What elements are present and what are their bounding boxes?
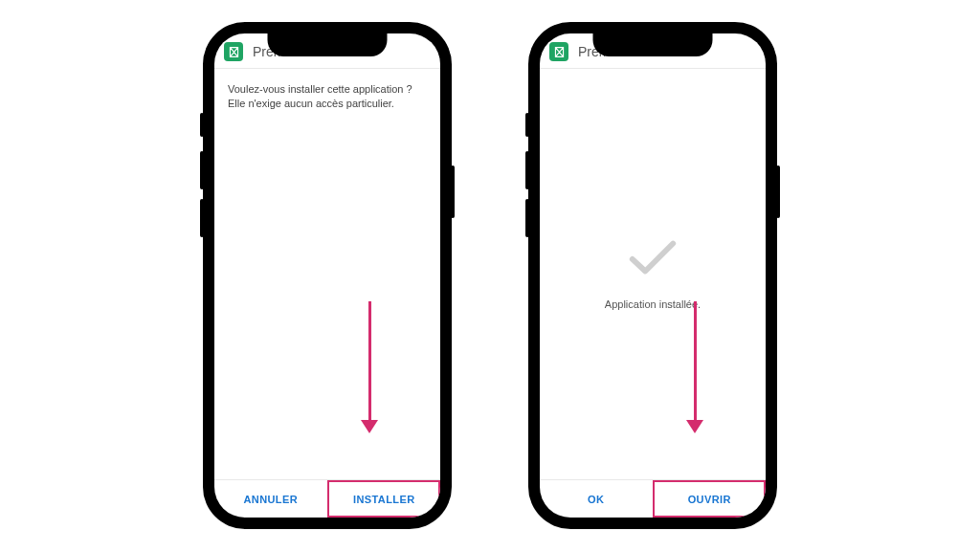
dialog-button-bar: OK OUVRIR: [540, 479, 766, 518]
install-dialog-body: Application installée.: [540, 69, 766, 479]
open-button[interactable]: OUVRIR: [653, 480, 767, 518]
annotation-arrow: [361, 301, 378, 433]
install-button[interactable]: INSTALLER: [327, 480, 441, 518]
phone-notch: [593, 33, 713, 56]
dialog-button-bar: ANNULER INSTALLER: [214, 479, 440, 518]
installed-confirmation: Application installée.: [553, 63, 752, 479]
install-prompt-text: Voulez-vous installer cette application …: [228, 82, 427, 111]
phone-screen: PremierBet Application installée. OK OUV…: [540, 33, 766, 518]
install-dialog-body: Voulez-vous installer cette application …: [214, 69, 440, 479]
installed-status-text: Application installée.: [605, 298, 701, 310]
phone-notch: [268, 33, 388, 56]
premierbet-logo-icon: [549, 42, 568, 61]
phone-mockup-install-prompt: PremierBet Voulez-vous installer cette a…: [203, 22, 452, 529]
cancel-button[interactable]: ANNULER: [214, 480, 327, 518]
checkmark-icon: [625, 233, 680, 285]
phone-screen: PremierBet Voulez-vous installer cette a…: [214, 33, 440, 518]
phone-mockup-installed: PremierBet Application installée. OK OUV…: [528, 22, 777, 529]
premierbet-logo-icon: [224, 42, 243, 61]
ok-button[interactable]: OK: [540, 480, 653, 518]
